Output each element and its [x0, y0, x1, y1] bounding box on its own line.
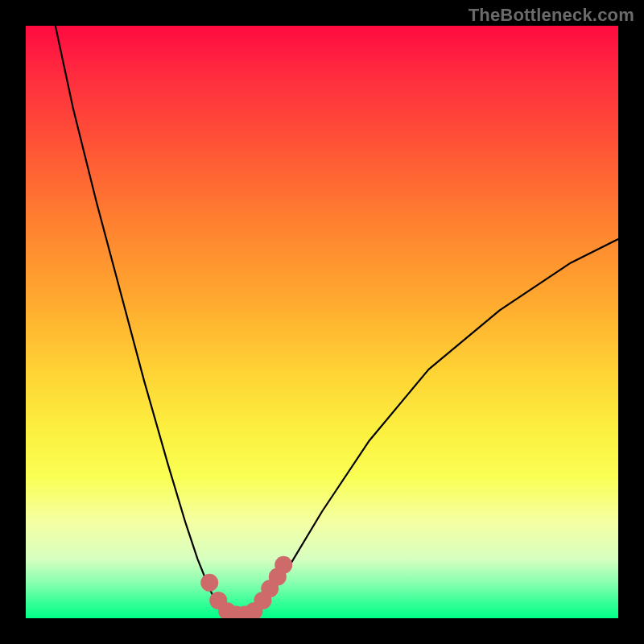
chart-svg	[26, 26, 618, 618]
watermark-text: TheBottleneck.com	[469, 5, 634, 26]
highlight-dots	[200, 556, 292, 618]
outer-frame: TheBottleneck.com	[0, 0, 644, 644]
bottleneck-curve	[56, 26, 618, 618]
svg-point-0	[200, 574, 218, 592]
chart-plot-area	[26, 26, 618, 618]
svg-point-9	[275, 556, 292, 574]
